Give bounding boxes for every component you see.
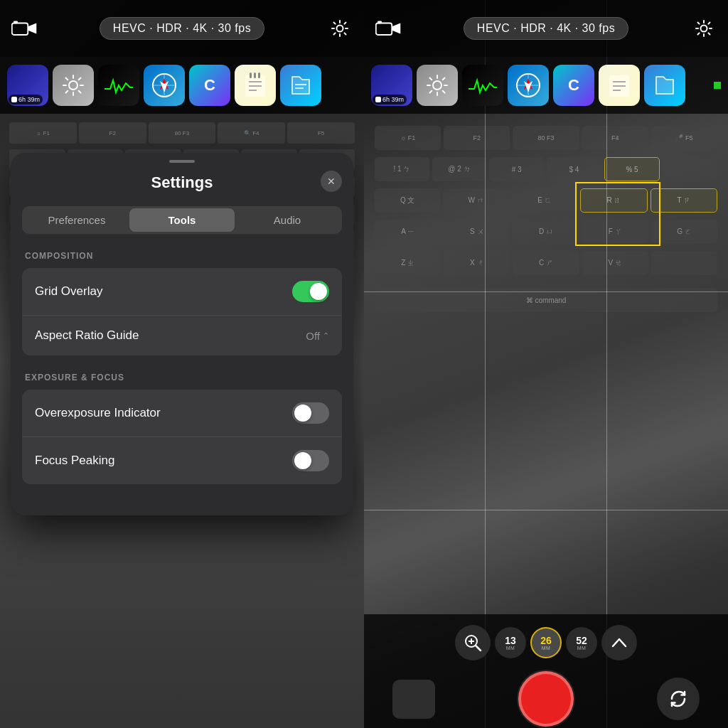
modal-handle[interactable] xyxy=(169,160,195,163)
dock-icon-safari-right[interactable] xyxy=(508,65,549,106)
left-panel: ☼ F1 F2 80 F3 🔍 F4 F5 ! 1 ㄅ @ 2 ㄉ # 3 ˇ … xyxy=(0,0,364,728)
settings-row-focus-peaking: Focus Peaking xyxy=(22,437,342,484)
toggle-knob-grid xyxy=(310,283,327,300)
settings-row-aspect-ratio: Aspect Ratio Guide Off ⌃ xyxy=(22,316,342,355)
tab-audio[interactable]: Audio xyxy=(235,208,340,232)
overexposure-label: Overexposure Indicator xyxy=(35,406,161,420)
focus-peaking-toggle[interactable] xyxy=(292,450,329,471)
tabs-container: Preferences Tools Audio xyxy=(22,206,342,234)
camera-mode-icon[interactable] xyxy=(11,18,37,38)
camera-mode-icon-right[interactable] xyxy=(375,18,401,38)
svg-rect-19 xyxy=(376,23,392,36)
right-panel: ☼ F1 F2 80 F3 F4 🎤 F5 ! 1 ㄅ @ 2 ㄉ # 3 $ … xyxy=(364,0,728,728)
dock-icon-notes-right[interactable] xyxy=(599,65,640,106)
green-dot xyxy=(714,82,721,89)
shutter-button[interactable] xyxy=(518,671,574,727)
dock-icon-activity[interactable] xyxy=(98,65,139,106)
dock-icon-timer-right[interactable]: 6h 39m xyxy=(371,65,412,106)
settings-row-overexposure: Overexposure Indicator xyxy=(22,390,342,437)
dock-icon-files-right[interactable] xyxy=(644,65,685,106)
svg-rect-16 xyxy=(258,73,260,78)
grid-overlay-toggle[interactable] xyxy=(292,281,329,302)
grid-overlay-label: Grid Overlay xyxy=(35,284,102,299)
svg-point-3 xyxy=(337,26,343,32)
settings-row-grid-overlay: Grid Overlay xyxy=(22,268,342,316)
zoom-icon-button[interactable] xyxy=(455,625,491,660)
lens-bar: 13 MM 26 MM 52 MM xyxy=(364,614,728,668)
toggle-knob-focus xyxy=(294,452,311,469)
timer-badge-left: 6h 39m xyxy=(9,95,43,105)
dock-icon-settings-right[interactable] xyxy=(417,65,458,106)
top-bar-left: HEVC · HDR · 4K · 30 fps xyxy=(0,0,364,57)
lens-13mm-button[interactable]: 13 MM xyxy=(495,627,526,658)
modal-close-button[interactable]: ✕ xyxy=(321,171,342,192)
overexposure-toggle[interactable] xyxy=(292,402,329,424)
svg-rect-15 xyxy=(254,73,256,78)
svg-marker-1 xyxy=(28,23,36,34)
lens-52mm-button[interactable]: 52 MM xyxy=(566,627,597,658)
section-label-composition: COMPOSITION xyxy=(11,251,353,268)
gear-button-left[interactable] xyxy=(327,16,353,41)
lens-26mm-button[interactable]: 26 MM xyxy=(530,627,562,658)
top-bar-left-group xyxy=(11,18,37,38)
svg-marker-20 xyxy=(392,23,400,34)
camera-controls-right: 13 MM 26 MM 52 MM xyxy=(364,614,728,728)
chevron-up-button[interactable] xyxy=(601,625,637,660)
svg-line-34 xyxy=(476,646,481,651)
settings-modal: Settings ✕ Preferences Tools Audio COMPO… xyxy=(11,153,353,515)
section-label-exposure: EXPOSURE & FOCUS xyxy=(11,373,353,390)
dock-icon-canva-right[interactable]: C xyxy=(553,65,594,106)
timer-dot xyxy=(11,97,17,102)
dock-icon-timer[interactable]: 6h 39m xyxy=(7,65,48,106)
svg-point-22 xyxy=(701,26,707,32)
dock-icon-safari[interactable] xyxy=(144,65,185,106)
modal-header: Settings ✕ xyxy=(11,173,353,206)
svg-rect-14 xyxy=(250,73,252,78)
format-badge-left[interactable]: HEVC · HDR · 4K · 30 fps xyxy=(100,17,264,40)
dock-icon-files[interactable] xyxy=(280,65,321,106)
aspect-ratio-label: Aspect Ratio Guide xyxy=(35,328,139,343)
format-badge-right[interactable]: HEVC · HDR · 4K · 30 fps xyxy=(464,17,628,40)
shutter-row xyxy=(364,668,728,728)
settings-group-composition: Grid Overlay Aspect Ratio Guide Off ⌃ xyxy=(22,268,342,355)
top-bar-right-left xyxy=(375,18,401,38)
toggle-knob-overexposure xyxy=(294,405,311,422)
aspect-ratio-chevron: ⌃ xyxy=(323,331,329,341)
svg-rect-0 xyxy=(12,23,28,36)
gear-button-right[interactable] xyxy=(691,16,717,41)
dock-bar-left: 6h 39m C xyxy=(0,57,364,114)
thumbnail-button[interactable] xyxy=(392,680,435,719)
modal-title: Settings xyxy=(151,173,213,192)
dock-icon-canva[interactable]: C xyxy=(189,65,230,106)
svg-point-4 xyxy=(69,81,77,90)
tab-preferences[interactable]: Preferences xyxy=(24,208,129,232)
dock-icon-settings[interactable] xyxy=(53,65,94,106)
timer-badge-right: 6h 39m xyxy=(373,95,407,105)
settings-group-exposure: Overexposure Indicator Focus Peaking xyxy=(22,390,342,484)
top-bar-right: HEVC · HDR · 4K · 30 fps xyxy=(364,0,728,57)
svg-rect-2 xyxy=(14,21,18,24)
svg-rect-21 xyxy=(378,21,382,24)
aspect-ratio-value[interactable]: Off ⌃ xyxy=(306,330,329,342)
focus-peaking-label: Focus Peaking xyxy=(35,454,114,468)
dock-icon-activity-right[interactable] xyxy=(462,65,503,106)
svg-point-23 xyxy=(433,81,441,90)
dock-bar-right: 6h 39m C xyxy=(364,57,728,114)
rotate-button[interactable] xyxy=(657,678,700,720)
dock-icon-notes[interactable] xyxy=(235,65,276,106)
tab-tools[interactable]: Tools xyxy=(129,208,235,232)
